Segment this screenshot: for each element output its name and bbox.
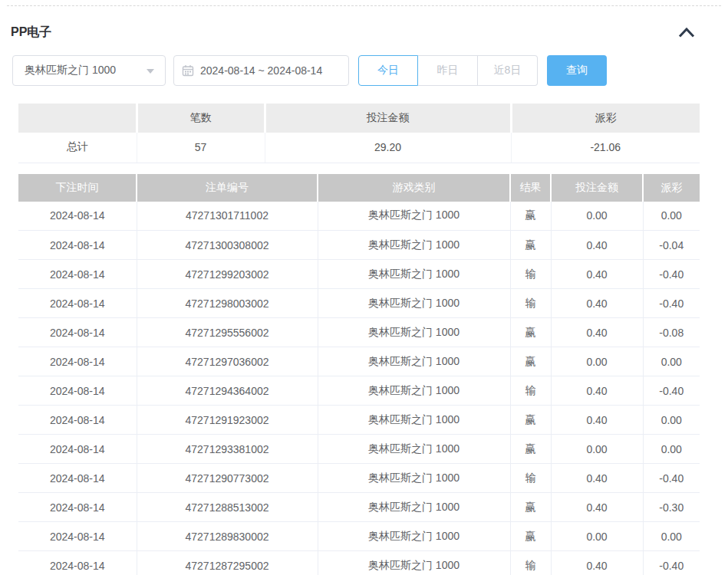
cell-order-no: 47271301711002 bbox=[137, 202, 318, 231]
cell-game-type: 奥林匹斯之门 1000 bbox=[318, 289, 510, 318]
table-row: 2024-08-14 47271290773002 奥林匹斯之门 1000 输 … bbox=[18, 464, 700, 493]
table-row: 2024-08-14 47271289830002 奥林匹斯之门 1000 赢 … bbox=[18, 522, 700, 551]
records-header-result: 结果 bbox=[510, 174, 551, 202]
cell-order-no: 47271297036002 bbox=[137, 347, 318, 376]
summary-header-bet-amount: 投注金额 bbox=[265, 104, 511, 133]
last-8-days-button[interactable]: 近8日 bbox=[478, 55, 538, 86]
cell-order-no: 47271293381002 bbox=[137, 435, 318, 464]
records-table: 下注时间 注单编号 游戏类别 结果 投注金额 派彩 2024-08-14 472… bbox=[18, 174, 700, 575]
records-header-game-type: 游戏类别 bbox=[318, 174, 510, 202]
table-row: 2024-08-14 47271288513002 奥林匹斯之门 1000 赢 … bbox=[18, 493, 700, 522]
cell-order-no: 47271294364002 bbox=[137, 376, 318, 406]
cell-result: 输 bbox=[510, 551, 551, 575]
table-row: 2024-08-14 47271300308002 奥林匹斯之门 1000 赢 … bbox=[18, 231, 700, 260]
date-range-value: 2024-08-14 ~ 2024-08-14 bbox=[200, 64, 322, 77]
table-row: 2024-08-14 47271299203002 奥林匹斯之门 1000 输 … bbox=[18, 260, 700, 289]
quick-range-button-group: 今日 昨日 近8日 bbox=[358, 55, 538, 86]
cell-payout: -0.40 bbox=[643, 376, 700, 406]
cell-bet-amount: 0.40 bbox=[551, 493, 643, 522]
query-button[interactable]: 查询 bbox=[547, 55, 607, 86]
cell-game-type: 奥林匹斯之门 1000 bbox=[318, 318, 510, 347]
cell-bet-amount: 0.40 bbox=[551, 551, 643, 575]
records-table-body: 2024-08-14 47271301711002 奥林匹斯之门 1000 赢 … bbox=[18, 202, 700, 575]
cell-result: 赢 bbox=[510, 406, 551, 435]
records-header-payout: 派彩 bbox=[643, 174, 700, 202]
cell-bet-time: 2024-08-14 bbox=[18, 551, 137, 575]
cell-game-type: 奥林匹斯之门 1000 bbox=[318, 493, 510, 522]
cell-payout: -0.30 bbox=[643, 493, 700, 522]
cell-game-type: 奥林匹斯之门 1000 bbox=[318, 202, 510, 231]
cell-result: 赢 bbox=[510, 522, 551, 551]
cell-game-type: 奥林匹斯之门 1000 bbox=[318, 376, 510, 406]
cell-bet-time: 2024-08-14 bbox=[18, 347, 137, 376]
summary-table: 笔数 投注金额 派彩 总计 57 29.20 -21.06 bbox=[18, 104, 700, 163]
table-row: 2024-08-14 47271291923002 奥林匹斯之门 1000 赢 … bbox=[18, 406, 700, 435]
table-row: 2024-08-14 47271293381002 奥林匹斯之门 1000 赢 … bbox=[18, 435, 700, 464]
cell-bet-time: 2024-08-14 bbox=[18, 493, 137, 522]
cell-payout: -0.40 bbox=[643, 464, 700, 493]
summary-header-row: 笔数 投注金额 派彩 bbox=[18, 104, 700, 133]
chevron-up-icon[interactable] bbox=[678, 28, 695, 38]
calendar-icon bbox=[182, 64, 194, 77]
cell-bet-amount: 0.40 bbox=[551, 406, 643, 435]
summary-total-bet-amount: 29.20 bbox=[265, 133, 511, 163]
cell-bet-time: 2024-08-14 bbox=[18, 435, 137, 464]
cell-result: 输 bbox=[510, 464, 551, 493]
table-row: 2024-08-14 47271295556002 奥林匹斯之门 1000 赢 … bbox=[18, 318, 700, 347]
cell-order-no: 47271300308002 bbox=[137, 231, 318, 260]
cell-bet-time: 2024-08-14 bbox=[18, 260, 137, 289]
cell-result: 输 bbox=[510, 289, 551, 318]
cell-bet-amount: 0.00 bbox=[551, 522, 643, 551]
cell-order-no: 47271298003002 bbox=[137, 289, 318, 318]
cell-result: 赢 bbox=[510, 493, 551, 522]
cell-order-no: 47271287295002 bbox=[137, 551, 318, 575]
cell-result: 赢 bbox=[510, 347, 551, 376]
summary-total-payout: -21.06 bbox=[511, 133, 700, 163]
table-row: 2024-08-14 47271287295002 奥林匹斯之门 1000 输 … bbox=[18, 551, 700, 575]
records-header-row: 下注时间 注单编号 游戏类别 结果 投注金额 派彩 bbox=[18, 174, 700, 202]
cell-game-type: 奥林匹斯之门 1000 bbox=[318, 347, 510, 376]
cell-bet-time: 2024-08-14 bbox=[18, 318, 137, 347]
cell-payout: 0.00 bbox=[643, 406, 700, 435]
cell-result: 赢 bbox=[510, 435, 551, 464]
cell-bet-amount: 0.40 bbox=[551, 260, 643, 289]
date-range-picker[interactable]: 2024-08-14 ~ 2024-08-14 bbox=[173, 55, 349, 86]
cell-payout: -0.40 bbox=[643, 260, 700, 289]
cell-payout: -0.08 bbox=[643, 318, 700, 347]
yesterday-button[interactable]: 昨日 bbox=[418, 55, 478, 86]
cell-order-no: 47271289830002 bbox=[137, 522, 318, 551]
cell-bet-amount: 0.00 bbox=[551, 435, 643, 464]
cell-result: 输 bbox=[510, 260, 551, 289]
cell-game-type: 奥林匹斯之门 1000 bbox=[318, 406, 510, 435]
cell-bet-amount: 0.40 bbox=[551, 376, 643, 406]
cell-bet-time: 2024-08-14 bbox=[18, 464, 137, 493]
cell-payout: 0.00 bbox=[643, 522, 700, 551]
game-select-value: 奥林匹斯之门 1000 bbox=[25, 64, 116, 77]
records-header-bet-time: 下注时间 bbox=[18, 174, 137, 202]
cell-payout: -0.04 bbox=[643, 231, 700, 260]
cell-bet-amount: 0.40 bbox=[551, 231, 643, 260]
cell-payout: -0.40 bbox=[643, 289, 700, 318]
game-select[interactable]: 奥林匹斯之门 1000 bbox=[12, 55, 166, 86]
cell-payout: 0.00 bbox=[643, 435, 700, 464]
cell-bet-amount: 0.40 bbox=[551, 318, 643, 347]
section-title: PP电子 bbox=[11, 25, 51, 39]
records-header-order-no: 注单编号 bbox=[137, 174, 318, 202]
cell-bet-time: 2024-08-14 bbox=[18, 406, 137, 435]
cell-game-type: 奥林匹斯之门 1000 bbox=[318, 522, 510, 551]
summary-header-payout: 派彩 bbox=[511, 104, 700, 133]
cell-game-type: 奥林匹斯之门 1000 bbox=[318, 464, 510, 493]
cell-result: 输 bbox=[510, 376, 551, 406]
cell-payout: -0.40 bbox=[643, 551, 700, 575]
cell-bet-time: 2024-08-14 bbox=[18, 522, 137, 551]
cell-order-no: 47271288513002 bbox=[137, 493, 318, 522]
today-button[interactable]: 今日 bbox=[358, 55, 418, 86]
cell-game-type: 奥林匹斯之门 1000 bbox=[318, 435, 510, 464]
cell-order-no: 47271295556002 bbox=[137, 318, 318, 347]
cell-payout: 0.00 bbox=[643, 347, 700, 376]
summary-total-count: 57 bbox=[137, 133, 265, 163]
cell-game-type: 奥林匹斯之门 1000 bbox=[318, 231, 510, 260]
table-row: 2024-08-14 47271298003002 奥林匹斯之门 1000 输 … bbox=[18, 289, 700, 318]
filter-bar: 奥林匹斯之门 1000 2024-08-14 ~ 2024-08-14 今日 昨… bbox=[12, 55, 728, 86]
cell-bet-amount: 0.40 bbox=[551, 464, 643, 493]
